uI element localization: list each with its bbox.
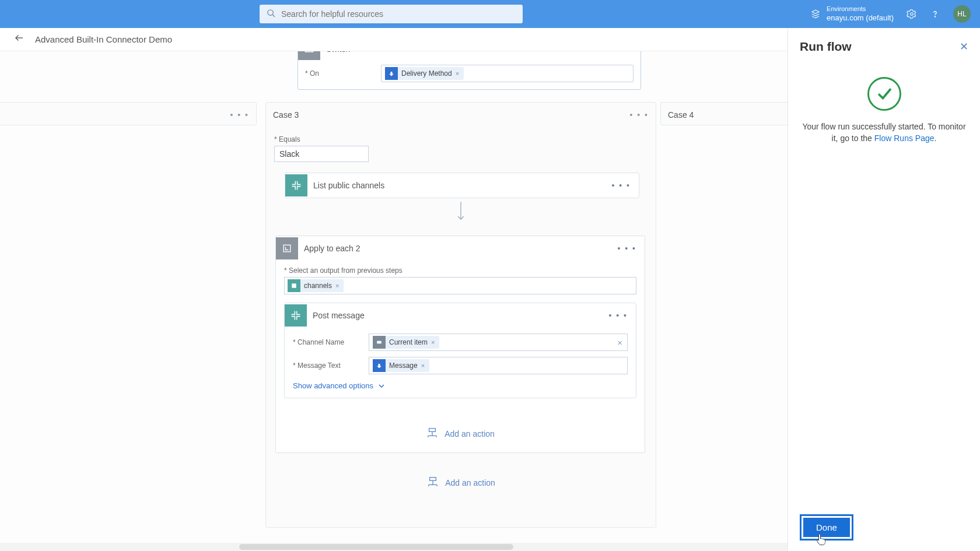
post-header[interactable]: Post message • • • — [285, 303, 636, 328]
svg-rect-6 — [305, 51, 313, 52]
token-icon — [385, 67, 398, 80]
svg-rect-11 — [429, 429, 436, 431]
equals-input-field[interactable] — [279, 149, 363, 159]
environment-text: Environments enayu.com (default) — [827, 5, 894, 23]
advanced-label: Show advanced options — [293, 381, 373, 390]
svg-rect-10 — [377, 341, 382, 344]
loop-icon — [276, 237, 298, 259]
channel-name-label: Channel Name — [293, 338, 369, 346]
token-remove-icon[interactable]: × — [431, 339, 435, 346]
search-icon — [267, 9, 275, 20]
search-box[interactable] — [260, 5, 523, 23]
select-output-label: Select an output from previous steps — [284, 266, 636, 275]
environment-picker[interactable]: Environments enayu.com (default) — [810, 5, 894, 23]
add-action-inner[interactable]: Add an action — [284, 427, 636, 440]
post-title: Post message — [307, 311, 601, 320]
token-icon — [373, 336, 386, 349]
switch-on-input[interactable]: Delivery Method × — [381, 65, 634, 82]
case-left-stub[interactable]: • • • — [0, 102, 257, 125]
switch-menu-icon[interactable]: • • • — [606, 51, 640, 54]
token-remove-icon[interactable]: × — [335, 282, 339, 289]
select-output-input[interactable]: channels × — [284, 277, 636, 294]
message-token[interactable]: Message × — [373, 359, 429, 372]
case3-body: Equals List public channels • • • — [266, 127, 656, 497]
case3-menu-icon[interactable]: • • • — [630, 110, 649, 120]
switch-icon — [298, 51, 320, 60]
case3-card[interactable]: Case 3 • • • Equals List public channels… — [265, 102, 656, 528]
flow-runs-link[interactable]: Flow Runs Page — [874, 134, 935, 143]
clear-icon[interactable]: × — [617, 338, 622, 348]
run-msg-post: . — [935, 134, 937, 143]
environment-icon — [810, 9, 821, 19]
token-remove-icon[interactable]: × — [421, 362, 425, 369]
flow-title: Advanced Built-In Connector Demo — [35, 34, 172, 44]
gear-icon[interactable] — [907, 9, 917, 19]
checkmark-icon — [867, 77, 901, 111]
run-flow-message: Your flow run successfully started. To m… — [800, 121, 968, 144]
svg-point-3 — [935, 16, 935, 17]
arrow-down-icon — [274, 202, 648, 225]
switch-title: Switch — [320, 51, 606, 54]
case-left-menu-icon[interactable]: • • • — [230, 110, 249, 120]
token-label: channels — [304, 282, 332, 290]
topbar-right: Environments enayu.com (default) HL — [810, 5, 971, 23]
avatar[interactable]: HL — [953, 5, 971, 23]
channels-token[interactable]: channels × — [288, 279, 344, 292]
add-action-outer[interactable]: Add an action — [274, 476, 648, 489]
topbar: Environments enayu.com (default) HL — [0, 0, 980, 28]
done-button[interactable]: Done — [803, 518, 850, 537]
case4-title: Case 4 — [668, 110, 694, 120]
svg-rect-16 — [430, 478, 436, 480]
switch-header[interactable]: Switch • • • — [298, 51, 640, 60]
add-action-icon — [426, 427, 439, 440]
run-flow-title: Run flow — [800, 40, 852, 54]
scrollbar-thumb[interactable] — [239, 544, 513, 550]
run-flow-panel: Run flow ✕ Your flow run successfully st… — [788, 28, 980, 551]
svg-line-1 — [272, 15, 275, 17]
apply-menu-icon[interactable]: • • • — [610, 244, 645, 253]
slack-icon — [285, 304, 307, 327]
environment-label: Environments — [827, 5, 894, 13]
show-advanced-options[interactable]: Show advanced options — [293, 381, 385, 390]
channel-name-input[interactable]: Current item × × — [369, 334, 628, 351]
message-text-input[interactable]: Message × — [369, 357, 628, 374]
post-message-card[interactable]: Post message • • • Channel Name — [284, 303, 636, 398]
list-channels-title: List public channels — [307, 181, 604, 190]
delivery-method-token[interactable]: Delivery Method × — [385, 67, 464, 80]
svg-rect-9 — [292, 283, 296, 288]
token-label: Current item — [389, 338, 428, 346]
add-action-icon — [426, 476, 439, 489]
search-input[interactable] — [281, 9, 516, 19]
apply-header[interactable]: Apply to each 2 • • • — [276, 236, 645, 261]
apply-title: Apply to each 2 — [298, 244, 610, 253]
apply-to-each-card[interactable]: Apply to each 2 • • • Select an output f… — [275, 236, 645, 453]
switch-card[interactable]: Switch • • • On Delivery Method × — [298, 51, 641, 90]
case3-header[interactable]: Case 3 • • • — [266, 103, 656, 127]
help-icon[interactable] — [930, 9, 940, 19]
token-icon — [373, 359, 386, 372]
svg-rect-8 — [284, 245, 290, 252]
add-action-label: Add an action — [445, 478, 495, 487]
current-item-token[interactable]: Current item × — [373, 336, 439, 349]
equals-input[interactable] — [274, 146, 369, 162]
slack-icon — [285, 174, 307, 196]
post-menu-icon[interactable]: • • • — [601, 311, 636, 320]
token-label: Delivery Method — [401, 69, 452, 78]
switch-on-label: On — [305, 69, 375, 78]
token-remove-icon[interactable]: × — [456, 70, 459, 77]
done-button-focus-ring: Done — [800, 514, 853, 541]
environment-name: enayu.com (default) — [827, 13, 894, 23]
svg-point-0 — [268, 9, 273, 15]
back-arrow-icon[interactable] — [14, 33, 24, 46]
token-icon — [288, 279, 300, 292]
switch-body: On Delivery Method × — [298, 60, 640, 89]
svg-point-2 — [911, 13, 914, 16]
case3-title: Case 3 — [273, 110, 299, 120]
close-icon[interactable]: ✕ — [960, 40, 968, 53]
add-action-label: Add an action — [444, 429, 495, 438]
token-label: Message — [389, 362, 418, 370]
list-channels-menu-icon[interactable]: • • • — [604, 181, 639, 190]
equals-label: Equals — [274, 135, 648, 143]
list-channels-card[interactable]: List public channels • • • — [285, 173, 639, 198]
message-text-label: Message Text — [293, 362, 369, 370]
